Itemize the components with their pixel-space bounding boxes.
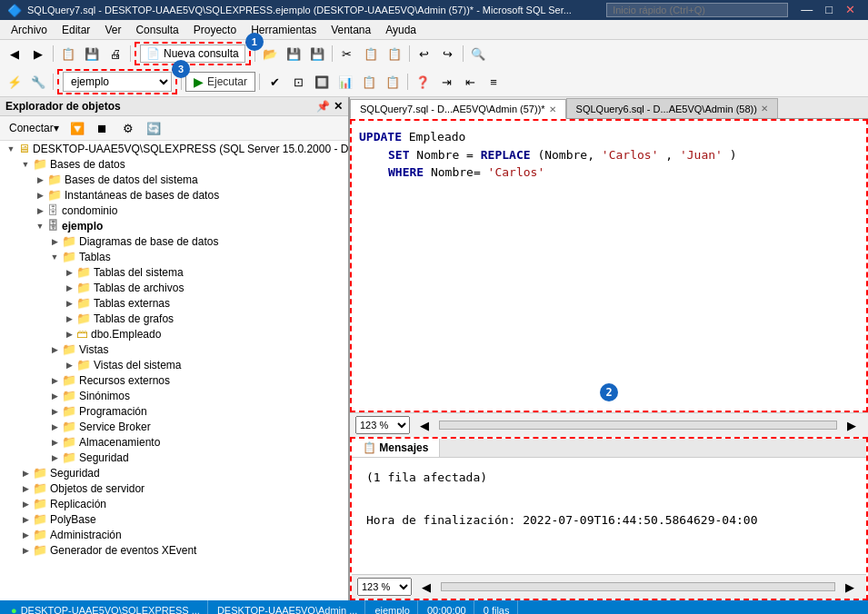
tree-expander[interactable]: ▶ [18,469,33,478]
tb-icon10[interactable]: 🔍 [467,44,489,64]
scroll-bar[interactable] [439,421,837,430]
tree-item[interactable]: ▶ 📁 Replicación [0,496,348,511]
tb2-icon3[interactable]: ⊡ [287,72,309,92]
tree-item[interactable]: ▶ 📁 PolyBase [0,511,348,527]
tab-query6[interactable]: SQLQuery6.sql - D...AE5VQ\Admin (58)) ✕ [566,98,778,118]
connect-button[interactable]: Conectar▾ [5,118,63,138]
tree-expander[interactable]: ▶ [62,314,76,323]
menu-consulta[interactable]: Consulta [128,22,185,38]
tb2-icon2[interactable]: 🔧 [27,72,49,92]
tree-expander[interactable]: ▶ [33,191,47,200]
ejecutar-button[interactable]: ▶ Ejecutar [185,72,255,92]
tree-expander[interactable]: ▶ [47,438,62,447]
tree-expander[interactable]: ▶ [62,299,76,308]
tree-item[interactable]: ▼ 📁 Bases de datos [0,156,348,172]
tree-item[interactable]: ▼ 🖥 DESKTOP-UAAE5VQ\SQLEXPRESS (SQL Serv… [0,141,348,156]
tree-item[interactable]: ▶ 📁 Almacenamiento [0,434,348,450]
tb-forward[interactable]: ▶ [27,44,49,64]
tb2-indent[interactable]: ⇥ [435,72,457,92]
zoom-selector[interactable]: 123 % 100 % [355,416,410,434]
tb2-check[interactable]: ✔ [264,72,285,92]
tab-query7[interactable]: SQLQuery7.sql - D...AE5VQ\Admin (57))* ✕ [350,99,566,119]
tree-item[interactable]: ▶ 📁 Tablas del sistema [0,264,348,280]
tb2-icon5[interactable]: 📊 [334,72,356,92]
tab7-close[interactable]: ✕ [549,104,556,114]
tb-icon7[interactable]: ✂ [336,44,358,64]
close-button[interactable]: ✕ [840,0,861,20]
tb-back[interactable]: ◀ [4,44,25,64]
tree-expander[interactable]: ▶ [47,345,62,354]
maximize-button[interactable]: □ [820,0,838,20]
tb2-icon6[interactable]: 📋 [358,72,380,92]
tb-redo[interactable]: ↪ [437,44,459,64]
tree-expander[interactable]: ▶ [47,391,62,401]
tree-item[interactable]: ▶ 📁 Objetos de servidor [0,480,348,496]
tree-expander[interactable]: ▶ [47,422,62,431]
tb-icon5[interactable]: 💾 [283,44,304,64]
menu-editar[interactable]: Editar [55,22,97,38]
menu-proyecto[interactable]: Proyecto [186,22,244,38]
results-scroll-left[interactable]: ◀ [415,577,437,597]
tb2-outdent[interactable]: ⇤ [459,72,481,92]
tree-expander[interactable]: ▼ [18,160,33,169]
results-zoom-selector[interactable]: 123 % 100 % [357,578,412,596]
tree-expander[interactable]: ▶ [18,530,33,540]
tree-item[interactable]: ▼ 🗄 ejemplo [0,218,348,233]
tree-expander[interactable]: ▶ [47,237,62,246]
tree-item[interactable]: ▶ 📁 Sinónimos [0,388,348,403]
menu-ver[interactable]: Ver [97,22,128,38]
tree-expander[interactable]: ▶ [18,546,33,555]
tab6-close[interactable]: ✕ [761,104,768,114]
tree-item[interactable]: ▶ 📁 Vistas [0,342,348,357]
tree-item[interactable]: ▶ 🗃 dbo.Empleado [0,326,348,342]
tb2-icon7[interactable]: 📋 [382,72,404,92]
tb-icon2[interactable]: 💾 [81,44,103,64]
results-tab-mensajes[interactable]: 📋 Mensajes [352,439,440,457]
oe-refresh-btn[interactable]: 🔄 [143,118,165,138]
tree-item[interactable]: ▶ 📁 Tablas de archivos [0,280,348,295]
oe-stop-btn[interactable]: ⏹ [92,118,114,138]
menu-archivo[interactable]: Archivo [4,22,55,38]
tree-expander[interactable]: ▼ [4,144,18,154]
tree-item[interactable]: ▶ 📁 Administración [0,527,348,542]
tree-item[interactable]: ▶ 🗄 condominio [0,203,348,218]
tb2-icon4[interactable]: 🔲 [311,72,333,92]
tree-expander[interactable]: ▶ [47,376,62,385]
tree-expander[interactable]: ▼ [33,222,47,231]
quick-launch-input[interactable] [606,3,788,17]
tb-icon8[interactable]: 📋 [360,44,382,64]
menu-ventana[interactable]: Ventana [324,22,378,38]
tree-item[interactable]: ▶ 📁 Tablas externas [0,295,348,311]
tree-expander[interactable]: ▶ [18,515,33,524]
tb2-icon8[interactable]: ❓ [412,72,434,92]
tree-expander[interactable]: ▶ [18,500,33,509]
tree-expander[interactable]: ▶ [62,283,76,292]
tree-expander[interactable]: ▶ [62,268,76,277]
tb2-icon9[interactable]: ≡ [483,72,504,92]
tree-item[interactable]: ▶ 📁 Bases de datos del sistema [0,172,348,187]
tb-icon6[interactable]: 💾 [306,44,328,64]
tree-expander[interactable]: ▶ [33,175,47,184]
tree-item[interactable]: ▼ 📁 Tablas [0,249,348,264]
tb-icon3[interactable]: 🖨 [105,44,126,64]
tree-item[interactable]: ▶ 📁 Seguridad [0,450,348,465]
nueva-consulta-button[interactable]: 📄 Nueva consulta [140,45,245,63]
tree-item[interactable]: ▶ 📁 Programación [0,403,348,419]
database-selector[interactable]: ejemplo [63,72,172,92]
tb-icon9[interactable]: 📋 [384,44,405,64]
code-editor[interactable]: 2 UPDATE Empleado SET Nombre = REPLACE (… [350,119,868,412]
tree-item[interactable]: ▶ 📁 Seguridad [0,465,348,480]
tree-expander[interactable]: ▶ [62,361,76,370]
tree-item[interactable]: ▶ 📁 Vistas del sistema [0,357,348,372]
tree-item[interactable]: ▶ 📁 Instantáneas de bases de datos [0,187,348,203]
oe-filter2-btn[interactable]: ⚙ [117,118,139,138]
tb-undo[interactable]: ↩ [414,44,435,64]
oe-pin-icon[interactable]: 📌 [316,100,330,113]
tree-expander[interactable]: ▼ [47,253,62,262]
results-scroll-right[interactable]: ▶ [839,577,861,597]
tree-item[interactable]: ▶ 📁 Tablas de grafos [0,311,348,326]
results-scroll-bar[interactable] [441,582,835,591]
zoom-right-btn[interactable]: ▶ [841,415,863,435]
tree-item[interactable]: ▶ 📁 Recursos externos [0,372,348,388]
tree-expander[interactable]: ▶ [47,407,62,416]
